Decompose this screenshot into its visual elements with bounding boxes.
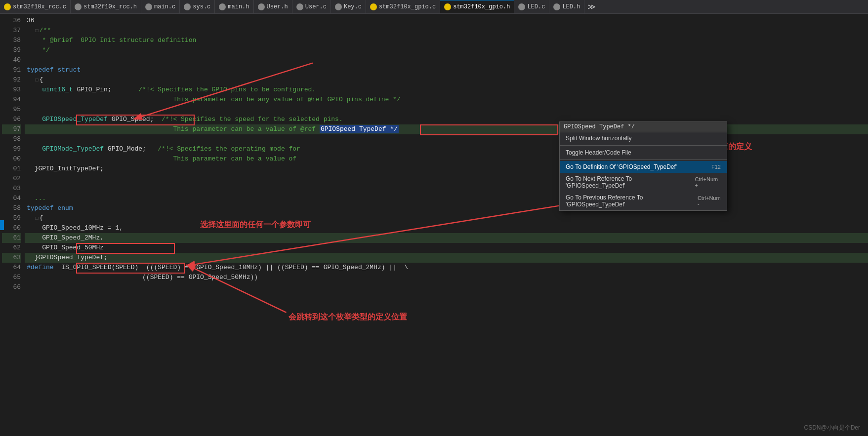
code-line-59: □{ [25, 213, 868, 223]
line-num-104: 04 [2, 194, 21, 203]
line-num-96: 96 [2, 115, 21, 124]
code-line-36: 36 [25, 16, 868, 26]
line-num-36: 36 [2, 16, 21, 26]
tab-main-c[interactable]: main.c [141, 0, 180, 13]
line-num-91: 91 [2, 65, 21, 75]
line-num-103: 03 [2, 184, 21, 194]
line-num-37: 37 [2, 26, 21, 36]
code-line-66 [25, 282, 868, 292]
line-num-95: 95 [2, 105, 21, 115]
tab-led-h[interactable]: LED.h [549, 0, 584, 13]
line-num-93: 93 [2, 85, 21, 95]
context-menu-split-window[interactable]: Split Window horizontally [560, 132, 727, 144]
code-line-62: GPIO_Speed_50MHz [25, 243, 868, 253]
tab-icon [518, 3, 525, 10]
tab-label: LED.c [527, 3, 545, 10]
code-line-99: GPIOMode_TypeDef GPIO_Mode; /*!< Specifi… [25, 144, 868, 154]
menu-item-shortcut: F12 [711, 164, 721, 170]
line-num-94: 94 [2, 95, 21, 105]
line-num-39: 39 [2, 45, 21, 55]
line-num-64: 64 [2, 263, 21, 273]
tab-icon [296, 3, 303, 10]
tab-user-h[interactable]: User.h [254, 0, 292, 13]
tab-stm32f10x-gpio-h[interactable]: stm32f10x_gpio.h [440, 0, 514, 13]
menu-item-label: Go To Next Reference To 'GPIOSpeed_TypeD… [566, 175, 685, 189]
tab-label: stm32f10x_gpio.c [379, 3, 436, 10]
tab-user-c[interactable]: User.c [292, 0, 331, 13]
tab-label: LED.h [562, 3, 580, 10]
code-line-64: #define IS_GPIO_SPEED(SPEED) (((SPEED) =… [25, 263, 868, 273]
tab-label: stm32f10x_rcc.h [83, 3, 137, 10]
code-line-38: * @brief GPIO Init structure definition [25, 36, 868, 45]
tab-label: Key.c [344, 3, 362, 10]
tab-led-c[interactable]: LED.c [514, 0, 549, 13]
tab-label: sys.c [193, 3, 210, 10]
tab-stm32f10x-rcc-h[interactable]: stm32f10x_rcc.h [71, 0, 141, 13]
code-line-37: □/** [25, 26, 868, 36]
context-menu-toggle-header[interactable]: Toggle Header/Code File [560, 147, 727, 159]
code-line-98 [25, 134, 868, 144]
code-line-40 [25, 55, 868, 65]
menu-item-label: Toggle Header/Code File [566, 149, 631, 156]
code-line-103 [25, 184, 868, 194]
tab-icon [335, 3, 342, 10]
menu-item-shortcut: Ctrl+Num + [695, 176, 721, 188]
code-line-97: This parameter can be a value of @ref GP… [25, 124, 868, 134]
tab-icon [219, 3, 226, 10]
menu-item-label: Split Window horizontally [566, 135, 631, 142]
tab-stm32f10x-rcc-c[interactable]: stm32f10x_rcc.c [0, 0, 71, 13]
code-line-39: */ [25, 45, 868, 55]
tab-icon [370, 3, 377, 10]
line-num-100: 00 [2, 154, 21, 164]
line-num-97: 97 [2, 124, 21, 134]
code-line-102 [25, 174, 868, 184]
code-line-96: GPIOSpeed_TypeDef GPIO_Speed; /*!< Speci… [25, 115, 868, 124]
code-line-58: typedef enum [25, 203, 868, 213]
line-num-60: 60 [2, 223, 21, 233]
line-num-65: 65 [2, 273, 21, 282]
line-num-99: 99 [2, 144, 21, 154]
tab-label: main.c [154, 3, 175, 10]
tab-label: stm32f10x_rcc.c [13, 3, 66, 10]
tab-stm32f10x-gpio-c[interactable]: stm32f10x_gpio.c [366, 0, 440, 13]
tab-sys-c[interactable]: sys.c [180, 0, 215, 13]
line-num-92: 92 [2, 75, 21, 85]
code-line-93: uint16_t GPIO_Pin; /*!< Specifies the GP… [25, 85, 868, 95]
line-num-38: 38 [2, 36, 21, 45]
context-menu-goto-definition[interactable]: Go To Definition Of 'GPIOSpeed_TypeDef' … [560, 161, 727, 173]
code-line-61: GPIO_Speed_2MHz, [25, 233, 868, 243]
code-line-60: GPIO_Speed_10MHz = 1, [25, 223, 868, 233]
code-line-104: ... [25, 194, 868, 203]
code-editor[interactable]: 36 □/** * @brief GPIO Init structure def… [25, 14, 868, 436]
code-line-92: □{ [25, 75, 868, 85]
tab-label: User.c [305, 3, 327, 10]
context-menu-divider-1 [560, 145, 727, 146]
tab-icon [258, 3, 265, 10]
editor-area: 36 37 38 39 40 91 92 93 94 95 96 97 98 9… [0, 14, 868, 436]
tab-icon [145, 3, 152, 10]
watermark: CSDN@小向是个Der [804, 424, 860, 432]
line-num-61: 61 [2, 233, 21, 243]
context-menu-divider-2 [560, 159, 727, 160]
context-menu-goto-next-ref[interactable]: Go To Next Reference To 'GPIOSpeed_TypeD… [560, 173, 727, 192]
context-menu-goto-prev-ref[interactable]: Go To Previous Reference To 'GPIOSpeed_T… [560, 192, 727, 210]
context-menu: GPIOSpeed TypeDef */ Split Window horizo… [559, 121, 727, 211]
context-menu-header: GPIOSpeed TypeDef */ [560, 122, 727, 132]
tab-icon [444, 3, 451, 10]
line-num-62: 62 [2, 243, 21, 253]
line-num-63: 63 [2, 253, 21, 263]
line-num-59: 59 [2, 213, 21, 223]
code-line-65: ((SPEED) == GPIO_Speed_50MHz)) [25, 273, 868, 282]
tab-overflow-button[interactable]: ≫ [584, 0, 599, 13]
tab-label: stm32f10x_gpio.h [453, 3, 510, 10]
tab-icon [184, 3, 191, 10]
line-num-40: 40 [2, 55, 21, 65]
tab-key-c[interactable]: Key.c [331, 0, 366, 13]
line-num-66: 66 [2, 282, 21, 292]
code-line-94: This parameter can be any value of @ref … [25, 95, 868, 105]
code-line-100: This parameter can be a value of [25, 154, 868, 164]
menu-item-shortcut: Ctrl+Num - [698, 195, 721, 207]
tab-main-h[interactable]: main.h [215, 0, 253, 13]
tab-icon [4, 3, 11, 10]
tab-label: User.h [267, 3, 288, 10]
